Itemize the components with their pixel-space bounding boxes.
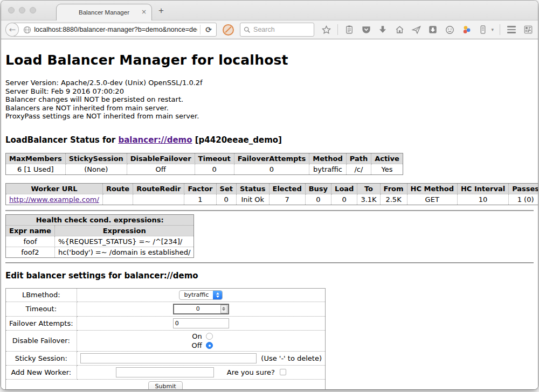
minimize-window-button[interactable] [19, 7, 25, 13]
edit-balancer-heading: Edit balancer settings for balancer://de… [5, 271, 534, 281]
close-window-button[interactable] [8, 7, 15, 13]
globe-icon [23, 26, 31, 34]
lbmethod-select[interactable]: bytraffic [179, 290, 223, 300]
search-icon [244, 26, 251, 33]
failover-off-radio[interactable] [206, 342, 213, 349]
col-factor: Factor [184, 183, 216, 194]
color-dots-icon[interactable] [461, 24, 472, 35]
status-heading-prefix: LoadBalancer Status for [5, 135, 118, 145]
navigation-toolbar: ← ⟳ [1, 20, 538, 39]
on-label: On [189, 332, 202, 340]
cell-status: Init Ok [236, 194, 269, 205]
failover-attempts-input[interactable] [173, 318, 229, 328]
zoom-window-button[interactable] [30, 7, 36, 13]
cell-from: 2.5K [380, 194, 407, 205]
col-elected: Elected [269, 183, 305, 194]
failover-on-radio[interactable] [206, 333, 213, 340]
content-blocked-icon[interactable] [223, 24, 234, 36]
pocket-icon[interactable] [361, 24, 371, 35]
col-maxmembers: MaxMembers [6, 153, 66, 164]
notice-line: ProxyPass settings are NOT inherited fro… [5, 112, 534, 121]
col-passes: Passes [509, 183, 538, 194]
cell-stickysession: (None) [65, 164, 127, 174]
container-icon[interactable] [478, 24, 488, 35]
col-expr-name: Expr name [6, 225, 55, 236]
cell-load: 0 [331, 194, 357, 205]
save-page-icon[interactable] [427, 24, 438, 35]
table-header-row: Expr name Expression [6, 225, 194, 236]
are-you-sure-checkbox[interactable] [280, 369, 286, 375]
are-you-sure-label: Are you sure? [227, 368, 275, 376]
cell-expression: hc('body') =~ /domain is established/ [54, 247, 194, 257]
worker-table: Worker URL Route RouteRedir Factor Set S… [5, 183, 538, 205]
submit-button[interactable]: Submit [148, 381, 182, 389]
edit-balancer-form: LBmethod: bytraffic Timeout: 0 [5, 288, 326, 389]
toolbar-divider [337, 24, 338, 35]
toolbar-icons: ▾ [321, 24, 534, 35]
status-heading-suffix: [p4420eeae_demo] [192, 135, 282, 145]
col-route: Route [102, 183, 133, 194]
balancer-demo-link[interactable]: balancer://demo [118, 135, 192, 145]
lbmethod-selected-value: bytraffic [179, 291, 213, 298]
cell-failoverattempts: 0 [234, 164, 309, 174]
chat-smiley-icon[interactable] [444, 24, 455, 35]
url-input[interactable] [34, 26, 197, 33]
form-row-submit: Submit [6, 379, 326, 389]
sticky-session-input[interactable] [80, 353, 257, 363]
timeout-input[interactable]: 0 [173, 304, 229, 314]
failover-attempts-label: Failover Attempts: [6, 316, 77, 330]
menu-icon[interactable] [506, 24, 517, 35]
titlebar: Balancer Manager × + [1, 1, 538, 20]
new-tab-button[interactable]: + [158, 5, 164, 16]
off-label: Off [189, 341, 202, 349]
send-tab-icon[interactable] [411, 24, 421, 35]
health-check-table: Health check cond. expressions: Expr nam… [5, 214, 194, 258]
search-bar[interactable] [240, 23, 314, 37]
bookmark-star-icon[interactable] [321, 24, 331, 35]
cell-busy: 0 [305, 194, 331, 205]
page-title: Load Balancer Manager for localhost [5, 39, 534, 68]
chevron-down-icon[interactable]: ▾ [491, 27, 494, 32]
table-title-row: Health check cond. expressions: [6, 214, 194, 225]
cell-to: 3.1K [357, 194, 380, 205]
search-input[interactable] [253, 26, 307, 33]
tab-close-icon[interactable]: × [141, 8, 147, 16]
col-disablefailover: DisableFailover [127, 153, 195, 164]
table-header-row: MaxMembers StickySession DisableFailover… [6, 153, 403, 164]
divider [5, 262, 534, 263]
cell-passes: 1 (0) [509, 194, 538, 205]
cell-maxmembers: 6 [1 Used] [6, 164, 66, 174]
browser-window: Balancer Manager × + ← ⟳ [1, 1, 538, 389]
tab-balancer-manager[interactable]: Balancer Manager × [56, 4, 152, 20]
col-load: Load [331, 183, 357, 194]
server-info: Server Version: Apache/2.5.0-dev (Unix) … [5, 79, 534, 121]
cell-route [102, 194, 133, 205]
reading-list-icon[interactable] [344, 24, 355, 35]
tab-title: Balancer Manager [79, 9, 129, 16]
home-icon[interactable] [394, 24, 405, 35]
table-row: 6 [1 Used] (None) Off 0 0 bytraffic /c/ … [6, 164, 403, 174]
form-row-timeout: Timeout: 0 [6, 302, 326, 316]
col-hc-method: HC Method [407, 183, 457, 194]
col-to: To [357, 183, 380, 194]
worker-url-link[interactable]: http://www.example.com/ [9, 195, 99, 204]
hc-row: foof %{REQUEST_STATUS} =~ /^[234]/ [6, 236, 194, 247]
downloads-icon[interactable] [377, 24, 388, 35]
col-busy: Busy [305, 183, 331, 194]
timeout-value: 0 [174, 305, 220, 312]
add-worker-input[interactable] [116, 367, 214, 377]
loadbalancer-status-heading: LoadBalancer Status for balancer://demo … [5, 135, 534, 145]
cell-hc-interval: 10 [457, 194, 508, 205]
number-spinner-icon[interactable] [220, 305, 227, 313]
urlbar-divider [200, 25, 201, 34]
reload-icon[interactable]: ⟳ [203, 25, 214, 34]
form-row-failover-attempts: Failover Attempts: [6, 316, 326, 330]
cell-disablefailover: Off [127, 164, 195, 174]
screenshot-grid-icon[interactable] [523, 24, 534, 35]
cell-expr-name: foof [6, 236, 55, 247]
cell-expression: %{REQUEST_STATUS} =~ /^[234]/ [54, 236, 194, 247]
cell-worker-url: http://www.example.com/ [6, 194, 103, 205]
form-row-sticky-session: Sticky Session: (Use '-' to delete) [6, 351, 326, 365]
lbmethod-label: LBmethod: [6, 288, 77, 302]
url-bar[interactable]: ⟳ [12, 23, 217, 37]
